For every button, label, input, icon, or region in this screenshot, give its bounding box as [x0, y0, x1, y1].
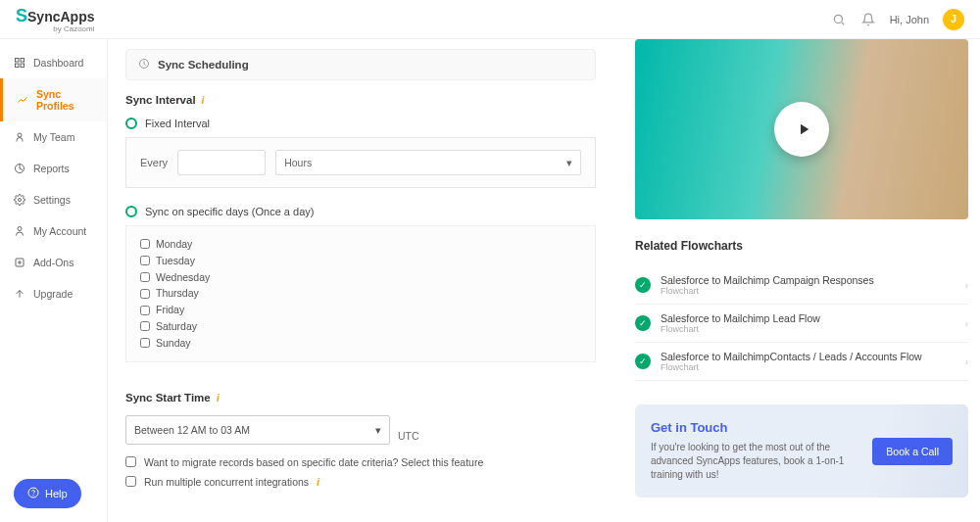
section-title: Sync Scheduling [158, 59, 249, 71]
flowchart-item[interactable]: ✓ Salesforce to Mailchimp Campaign Respo… [635, 266, 968, 305]
avatar[interactable]: J [943, 9, 964, 30]
help-icon [27, 487, 39, 500]
day-checkbox[interactable] [140, 289, 150, 299]
flowchart-title: Salesforce to Mailchimp Campaign Respons… [661, 274, 956, 286]
chevron-right-icon: › [965, 356, 968, 367]
svg-rect-1 [16, 59, 20, 63]
radio-circle-icon [125, 206, 137, 217]
sidebar-item-settings[interactable]: Settings [0, 184, 107, 215]
book-a-call-button[interactable]: Book a Call [872, 438, 953, 465]
account-icon [14, 225, 25, 237]
flowchart-title: Salesforce to Mailchimp Lead Flow [661, 312, 956, 324]
day-checkbox[interactable] [140, 321, 150, 331]
every-label: Every [140, 157, 168, 168]
clock-icon [138, 58, 150, 71]
migrate-checkbox[interactable] [125, 456, 136, 467]
help-label: Help [45, 488, 68, 499]
sidebar-item-label: Sync Profiles [36, 88, 93, 112]
check-icon: ✓ [635, 315, 651, 331]
flowchart-item[interactable]: ✓ Salesforce to MailchimpContacts / Lead… [635, 343, 968, 381]
day-checkbox[interactable] [140, 272, 150, 282]
day-label: Friday [156, 302, 184, 318]
day-label: Monday [156, 236, 192, 253]
play-button[interactable] [774, 102, 829, 157]
radio-circle-icon [125, 118, 137, 129]
concurrent-checkbox[interactable] [125, 476, 136, 487]
unit-select[interactable]: Hours ▾ [275, 150, 581, 175]
sidebar-item-label: Add-Ons [33, 257, 74, 268]
svg-point-8 [18, 227, 22, 231]
sidebar-item-sync-profiles[interactable]: Sync Profiles [0, 78, 107, 121]
svg-point-12 [33, 495, 34, 496]
migrate-checkbox-row[interactable]: Want to migrate records based on specifi… [125, 456, 596, 468]
migrate-label: Want to migrate records based on specifi… [144, 456, 483, 468]
flowchart-item[interactable]: ✓ Salesforce to Mailchimp Lead Flow Flow… [635, 305, 968, 343]
svg-point-7 [19, 199, 22, 202]
chevron-down-icon: ▾ [566, 157, 572, 168]
chevron-right-icon: › [965, 280, 968, 291]
sidebar-item-label: My Account [33, 225, 86, 237]
svg-point-0 [834, 15, 842, 23]
day-label: Saturday [156, 318, 197, 335]
sidebar-item-dashboard[interactable]: Dashboard [0, 47, 107, 78]
help-button[interactable]: Help [14, 479, 81, 508]
day-row-monday[interactable]: Monday [140, 236, 581, 253]
radio-label: Fixed Interval [145, 118, 210, 129]
sidebar-item-my-account[interactable]: My Account [0, 215, 107, 247]
svg-rect-2 [21, 59, 24, 63]
concurrent-label: Run multiple concurrent integrations [144, 476, 309, 488]
logo-text: SyncApps [27, 9, 94, 24]
video-card[interactable] [635, 39, 968, 219]
radio-label: Sync on specific days (Once a day) [145, 206, 314, 217]
greeting: Hi, John [890, 14, 929, 25]
info-icon[interactable]: i [217, 392, 220, 403]
search-icon[interactable] [831, 12, 847, 27]
day-label: Sunday [156, 335, 191, 352]
sidebar-item-label: Settings [33, 194, 71, 206]
section-header-sync-scheduling: Sync Scheduling [125, 49, 596, 80]
day-row-tuesday[interactable]: Tuesday [140, 253, 581, 269]
day-checkbox[interactable] [140, 256, 150, 265]
radio-fixed-interval[interactable]: Fixed Interval [125, 118, 596, 129]
sidebar-item-my-team[interactable]: My Team [0, 121, 107, 153]
sidebar-item-add-ons[interactable]: Add-Ons [0, 247, 107, 278]
check-icon: ✓ [635, 277, 651, 293]
addons-icon [14, 257, 25, 268]
flowchart-sub: Flowchart [661, 324, 956, 334]
dashboard-icon [14, 57, 25, 69]
svg-rect-3 [16, 64, 20, 68]
sidebar-item-upgrade[interactable]: Upgrade [0, 278, 107, 309]
day-checkbox[interactable] [140, 239, 150, 249]
utc-label: UTC [398, 430, 419, 442]
flowchart-title: Salesforce to MailchimpContacts / Leads … [661, 351, 956, 362]
svg-rect-4 [21, 64, 24, 68]
day-checkbox[interactable] [140, 306, 150, 315]
day-checkbox[interactable] [140, 338, 150, 348]
sidebar-item-label: Dashboard [33, 57, 83, 69]
related-flowcharts-title: Related Flowcharts [635, 239, 968, 253]
sync-interval-label: Sync Interval [125, 94, 196, 106]
upgrade-icon [14, 288, 25, 300]
day-row-saturday[interactable]: Saturday [140, 318, 581, 335]
svg-point-5 [18, 133, 22, 137]
day-row-sunday[interactable]: Sunday [140, 335, 581, 352]
info-icon[interactable]: i [202, 94, 205, 106]
day-row-wednesday[interactable]: Wednesday [140, 269, 581, 286]
chevron-right-icon: › [965, 318, 968, 329]
info-icon[interactable]: i [317, 476, 319, 488]
bell-icon[interactable] [860, 12, 876, 27]
day-row-friday[interactable]: Friday [140, 302, 581, 318]
radio-specific-days[interactable]: Sync on specific days (Once a day) [125, 206, 596, 217]
sidebar-item-label: My Team [33, 131, 74, 143]
logo[interactable]: SSyncApps by Cazoomi [16, 6, 94, 33]
interval-box: Every Hours ▾ [125, 137, 596, 188]
start-time-select[interactable]: Between 12 AM to 03 AM ▾ [125, 415, 390, 445]
sync-start-time-label: Sync Start Time [125, 392, 211, 403]
every-input[interactable] [177, 150, 266, 175]
sidebar-item-reports[interactable]: Reports [0, 153, 107, 184]
touch-body: If you're looking to get the most out of… [651, 441, 860, 482]
unit-value: Hours [284, 157, 312, 168]
day-label: Tuesday [156, 253, 195, 269]
day-row-thursday[interactable]: Thursday [140, 285, 581, 302]
concurrent-checkbox-row[interactable]: Run multiple concurrent integrations i [125, 476, 596, 488]
